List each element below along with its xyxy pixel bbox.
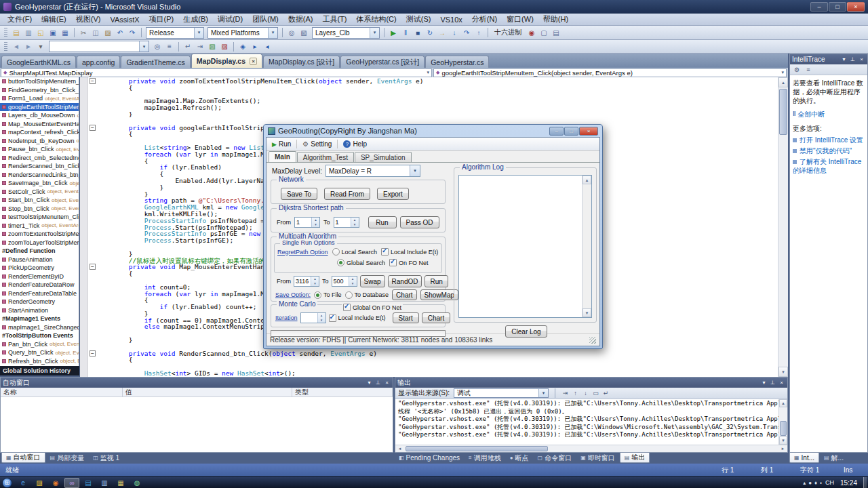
dijkstra-to-spinner[interactable]: 1 ▴▾: [334, 217, 359, 228]
close-icon[interactable]: ×: [858, 56, 865, 62]
menu-item[interactable]: 项目(P): [144, 14, 179, 25]
outline-item[interactable]: zoomToExtentToolStripMenu object, EventA…: [0, 230, 79, 239]
intellitrace-link[interactable]: 打开 IntelliTrace 设置: [793, 136, 865, 144]
output-vertical-scrollbar[interactable]: ▲ ▼: [778, 399, 787, 445]
save-all-icon[interactable]: ▦: [59, 27, 71, 38]
taskbar-media-icon[interactable]: ◉: [48, 478, 63, 488]
tab-close-icon[interactable]: ×: [250, 58, 257, 65]
configuration-combo[interactable]: Release ▾: [146, 27, 204, 39]
panel-tab[interactable]: ▢ 命令窗口: [534, 453, 576, 463]
outline-item[interactable]: SetColr_Click object, EventArgs: [0, 188, 79, 197]
multipath-to-spinner[interactable]: 500 ▴▾: [332, 276, 357, 287]
code-line[interactable]: private void RenderScanned_btn_Click(obj…: [80, 350, 778, 357]
show-next-statement-icon[interactable]: →: [436, 27, 448, 38]
find-combo[interactable]: Layers_Clb ▾: [312, 27, 380, 39]
code-line[interactable]: }: [80, 111, 778, 118]
language-indicator[interactable]: CH: [825, 479, 834, 486]
code-line[interactable]: mapImage1.Refresh();: [80, 104, 778, 111]
outline-item[interactable]: NodeInput_tb_KeyDown object, KeyEventArg…: [0, 137, 79, 146]
outline-item[interactable]: mapContext_refresh_Click object, EventAr…: [0, 128, 79, 137]
redo-icon[interactable]: ↷: [126, 27, 138, 38]
spinner-arrows-icon[interactable]: ▴▾: [351, 218, 359, 227]
outline-item[interactable]: buttonToolStripMenuItem_Click object, Ev…: [0, 77, 79, 86]
taskbar-ie-icon[interactable]: e: [16, 478, 31, 488]
scroll-right-icon[interactable]: ►: [778, 445, 787, 452]
toolbar-grip[interactable]: [4, 28, 7, 37]
scroll-up-icon[interactable]: ▲: [583, 176, 591, 184]
window-position-icon[interactable]: ▾: [760, 380, 768, 386]
iteration-spinner[interactable]: ▴▾: [300, 312, 326, 323]
panel-tab[interactable]: ▦ 自动窗口: [1, 453, 45, 463]
spinner-arrows-icon[interactable]: ▴▾: [317, 313, 326, 323]
setting-button[interactable]: ⚙ Setting: [300, 140, 334, 148]
monte-chart-button[interactable]: Chart: [422, 312, 450, 323]
navigate-icon[interactable]: ▧: [298, 27, 310, 38]
log-vertical-scrollbar[interactable]: ▲ ▼: [582, 176, 591, 317]
outline-item[interactable]: zoomToLayerToolStripMenuItem object, Eve…: [0, 239, 79, 247]
panel-tab[interactable]: ≡ 调用堆栈: [465, 453, 505, 463]
pin-icon[interactable]: ⊥: [849, 56, 856, 62]
taskbar-explorer-icon[interactable]: ▨: [32, 478, 47, 488]
chevron-down-icon[interactable]: ▾: [268, 28, 277, 38]
chevron-down-icon[interactable]: ▾: [427, 70, 429, 75]
multipath-run-button[interactable]: Run: [425, 275, 448, 287]
menu-item[interactable]: 测试(S): [401, 14, 436, 25]
outline-item[interactable]: PauseAnimation: [0, 256, 79, 264]
scrollbar-thumb[interactable]: [779, 89, 787, 135]
types-dropdown[interactable]: ◆ SharpMapUITest.MapDisplay ▾: [1, 68, 432, 77]
tray-status-icon[interactable]: ●: [808, 480, 812, 486]
panel-tab[interactable]: ▤ 输出: [620, 453, 650, 463]
outline-item[interactable]: mapImage1_SizeChanged object, EventArgs: [0, 323, 79, 332]
find-symbol-icon[interactable]: ◎: [151, 41, 163, 52]
close-icon[interactable]: ×: [579, 127, 598, 136]
menu-item[interactable]: 文件(F): [3, 14, 37, 25]
panel-title-bar[interactable]: 输出 ▾ ⊥ ×: [395, 378, 787, 388]
document-tab[interactable]: app.config ×: [77, 56, 120, 68]
chevron-down-icon[interactable]: ▾: [194, 28, 203, 38]
copy-icon[interactable]: ◫: [90, 27, 102, 38]
chevron-down-icon[interactable]: ▾: [781, 70, 784, 75]
indent-icon[interactable]: ⇥: [194, 41, 206, 52]
menu-item[interactable]: 工具(T): [317, 14, 351, 25]
outline-item[interactable]: FindGeometry_btn_Click_1 object, EventAr…: [0, 86, 79, 95]
dialog-tab[interactable]: Algorithm_Test: [297, 152, 354, 162]
stop-debug-icon[interactable]: ■: [412, 27, 424, 38]
outline-item[interactable]: Redirect_cmb_SelectedIndexCha object, Ev…: [0, 154, 79, 163]
resize-grip[interactable]: [589, 337, 596, 344]
step-out-icon[interactable]: ↑: [473, 27, 485, 38]
start-debug-icon[interactable]: ▶: [387, 27, 399, 38]
document-tab[interactable]: GoogleEarthKML.cs ×: [1, 56, 76, 68]
save-option-link[interactable]: Save Option:: [275, 291, 311, 298]
outline-item[interactable]: RenderFeatureDataRow: [0, 281, 79, 289]
outline-item[interactable]: StartAnimation: [0, 306, 79, 315]
randod-button[interactable]: RandOD: [388, 275, 422, 287]
scroll-up-icon[interactable]: ▲: [779, 399, 787, 407]
column-header[interactable]: 名称: [1, 388, 123, 396]
monte-local-include-checkbox[interactable]: Local Include E(t): [329, 314, 386, 322]
minimize-icon[interactable]: –: [549, 127, 564, 136]
bookmark-icon[interactable]: ◈: [237, 41, 249, 52]
start-button[interactable]: ⊞: [2, 478, 12, 488]
scroll-down-icon[interactable]: ▼: [583, 308, 591, 317]
window-position-icon[interactable]: ▾: [366, 380, 373, 386]
document-tab[interactable]: MapDisplay.cs [设计] ×: [263, 56, 340, 68]
dialog-title-bar[interactable]: GeoRouting(CopyRight By Jiangshan Ma) – …: [266, 125, 600, 137]
word-wrap-icon[interactable]: ↵: [182, 41, 194, 52]
pin-icon[interactable]: ⊥: [374, 380, 382, 386]
next-message-icon[interactable]: ↓: [580, 389, 591, 398]
intellitrace-list-icon[interactable]: ≡: [804, 65, 813, 74]
clear-log-button[interactable]: Clear Log: [505, 325, 547, 338]
save-icon[interactable]: ▣: [47, 27, 59, 38]
va-context-combo[interactable]: ▾: [49, 41, 149, 52]
outline-item[interactable]: RenderScanned_btn_Click object, EventArg…: [0, 162, 79, 171]
chart-button[interactable]: Chart: [392, 289, 416, 300]
list-members-icon[interactable]: ≡: [163, 41, 176, 52]
to-file-radio[interactable]: To File: [314, 291, 342, 299]
outline-item[interactable]: Query_btn_Click object, EventArgs: [0, 348, 79, 357]
outline-item[interactable]: #ToolStripButton Events: [0, 331, 79, 340]
menu-item[interactable]: VAssistX: [105, 15, 144, 24]
bookmark-next-icon[interactable]: ▸: [249, 41, 261, 52]
tray-chevron-icon[interactable]: ▴: [803, 480, 806, 486]
dijkstra-from-spinner[interactable]: 1 ▴▾: [294, 217, 320, 228]
dialog-tab[interactable]: SP_Simulation: [355, 152, 412, 162]
